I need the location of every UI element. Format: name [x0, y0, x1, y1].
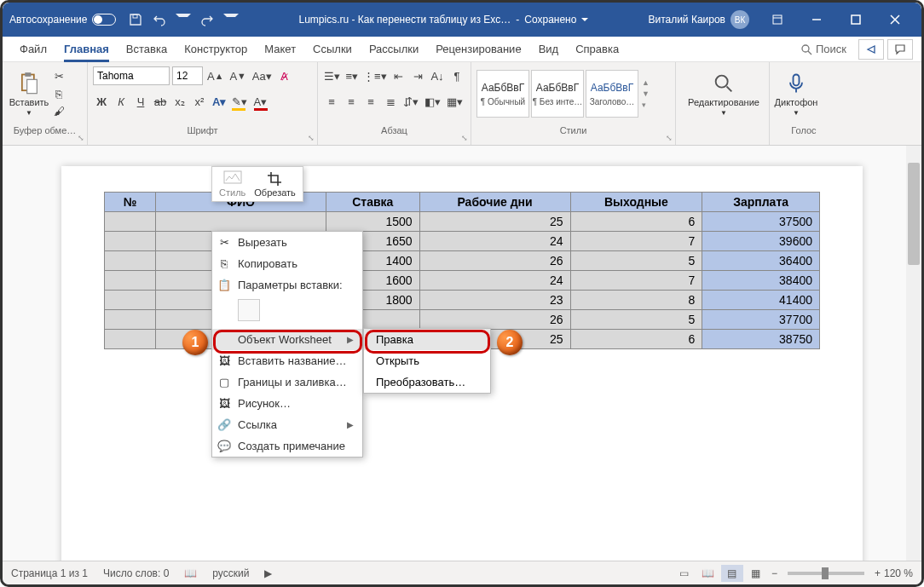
tab-home[interactable]: Главная	[55, 37, 118, 62]
tab-file[interactable]: Файл	[11, 37, 55, 62]
status-spellcheck[interactable]: 📖	[184, 567, 197, 579]
copy-button[interactable]: ⎘	[50, 85, 67, 103]
tab-view[interactable]: Вид	[530, 37, 568, 62]
paste-button[interactable]: Вставить ▼	[8, 64, 50, 124]
ribbon-options-button[interactable]	[758, 3, 797, 37]
tab-design[interactable]: Конструктор	[176, 37, 256, 62]
multilevel-button[interactable]: ⋮≡▾	[363, 66, 387, 85]
clipboard-launcher[interactable]: ⤡	[78, 134, 84, 142]
show-marks-button[interactable]: ¶	[448, 66, 465, 85]
zoom-slider[interactable]	[788, 572, 864, 575]
numbering-button[interactable]: ≡▾	[344, 66, 361, 85]
font-color-button[interactable]: A▾	[251, 92, 269, 111]
tab-insert[interactable]: Вставка	[118, 37, 176, 62]
dictate-button[interactable]: Диктофон ▼	[775, 64, 817, 124]
ctx-borders-shading[interactable]: ▢Границы и заливка…	[212, 371, 362, 393]
highlight-button[interactable]: ✎▾	[230, 92, 249, 111]
status-page[interactable]: Страница 1 из 1	[11, 567, 88, 579]
line-spacing-button[interactable]: ⇵▾	[401, 92, 420, 111]
title-dropdown-icon[interactable]	[581, 18, 588, 25]
align-left-button[interactable]: ≡	[323, 92, 340, 111]
styles-more-button[interactable]: ▾	[642, 101, 650, 109]
tab-review[interactable]: Рецензирование	[427, 37, 529, 62]
user-account[interactable]: Виталий Каиров ВК	[648, 10, 749, 29]
bold-button[interactable]: Ж	[93, 92, 110, 111]
view-print-button[interactable]: ▤	[721, 565, 743, 582]
format-painter-button[interactable]: 🖌	[50, 102, 67, 120]
ctx-link[interactable]: 🔗Ссылка▶	[212, 414, 362, 435]
italic-button[interactable]: К	[113, 92, 130, 111]
justify-button[interactable]: ≣	[382, 92, 399, 111]
superscript-button[interactable]: x²	[191, 92, 208, 111]
status-macro[interactable]: ▶	[264, 567, 272, 579]
style-heading[interactable]: АаБбВвГЗаголово…	[586, 70, 638, 118]
mini-style-button[interactable]: Стиль	[219, 170, 245, 198]
increase-indent-button[interactable]: ⇥	[409, 66, 426, 85]
comments-button[interactable]	[887, 39, 913, 60]
styles-launcher[interactable]: ⤡	[666, 134, 673, 142]
ctx-picture[interactable]: 🖼Рисунок…	[212, 393, 362, 414]
font-launcher[interactable]: ⤡	[308, 134, 315, 142]
tab-layout[interactable]: Макет	[256, 37, 304, 62]
caption-icon: 🖼	[217, 354, 231, 368]
zoom-in-button[interactable]: +	[875, 567, 881, 579]
shading-button[interactable]: ◧▾	[423, 92, 442, 111]
save-icon[interactable]	[128, 12, 143, 27]
font-name-input[interactable]: Tahoma	[93, 66, 170, 85]
autosave-toggle[interactable]: Автосохранение	[9, 14, 116, 26]
align-center-button[interactable]: ≡	[343, 92, 360, 111]
style-no-spacing[interactable]: АаБбВвГ¶ Без инте…	[531, 70, 584, 118]
align-right-button[interactable]: ≡	[362, 92, 379, 111]
submenu-edit[interactable]: Правка	[364, 329, 490, 350]
subscript-button[interactable]: x₂	[171, 92, 188, 111]
borders-button[interactable]: ▦▾	[445, 92, 465, 111]
submenu-convert[interactable]: Преобразовать…	[364, 371, 490, 393]
style-normal[interactable]: АаБбВвГ¶ Обычный	[476, 70, 529, 118]
share-button[interactable]	[858, 39, 884, 60]
tab-references[interactable]: Ссылки	[304, 37, 361, 62]
close-button[interactable]	[875, 3, 915, 37]
styles-up-button[interactable]: ▲	[642, 78, 650, 87]
font-size-input[interactable]: 12	[172, 66, 203, 85]
tab-mailings[interactable]: Рассылки	[361, 37, 427, 62]
tab-help[interactable]: Справка	[567, 37, 627, 62]
ctx-cut[interactable]: ✂Вырезать	[212, 232, 362, 253]
mini-crop-button[interactable]: Обрезать	[254, 170, 296, 198]
sort-button[interactable]: A↓	[429, 66, 446, 85]
undo-dropdown-icon[interactable]	[176, 14, 191, 29]
ctx-copy[interactable]: ⎘Копировать	[212, 253, 362, 274]
grow-font-button[interactable]: A▲	[205, 66, 225, 85]
view-web-button[interactable]: ▦	[745, 565, 767, 582]
clear-format-button[interactable]: A̷	[276, 66, 293, 85]
ctx-object-worksheet[interactable]: Объект Worksheet▶	[212, 329, 362, 350]
shrink-font-button[interactable]: A▼	[228, 66, 247, 85]
cut-button[interactable]: ✂	[50, 67, 67, 85]
context-submenu: Правка Открыть Преобразовать…	[363, 328, 491, 394]
minimize-button[interactable]	[797, 3, 836, 37]
status-language[interactable]: русский	[212, 567, 249, 579]
styles-down-button[interactable]: ▼	[642, 89, 650, 98]
bullets-button[interactable]: ☰▾	[323, 66, 341, 85]
qat-dropdown-icon[interactable]	[223, 14, 239, 29]
view-read-button[interactable]: 📖	[697, 565, 719, 582]
zoom-level[interactable]: 120 %	[884, 567, 913, 579]
view-focus-button[interactable]: ▭	[673, 565, 696, 582]
paragraph-launcher[interactable]: ⤡	[461, 134, 468, 142]
paste-option-1[interactable]	[238, 299, 260, 321]
status-words[interactable]: Число слов: 0	[103, 567, 169, 579]
search-box[interactable]: Поиск	[800, 43, 846, 55]
submenu-open[interactable]: Открыть	[364, 350, 490, 371]
maximize-button[interactable]	[836, 3, 875, 37]
ctx-new-comment[interactable]: 💬Создать примечание	[212, 435, 362, 457]
zoom-out-button[interactable]: −	[771, 567, 777, 579]
decrease-indent-button[interactable]: ⇤	[390, 66, 407, 85]
underline-button[interactable]: Ч	[132, 92, 149, 111]
vertical-scrollbar[interactable]	[906, 146, 921, 563]
text-effects-button[interactable]: A▾	[211, 92, 228, 111]
redo-icon[interactable]	[199, 12, 215, 27]
ctx-insert-caption[interactable]: 🖼Вставить название…	[212, 350, 362, 371]
change-case-button[interactable]: Aa▾	[251, 66, 274, 85]
editing-dropdown[interactable]: Редактирование ▼	[681, 64, 766, 124]
undo-icon[interactable]	[152, 12, 167, 27]
strike-button[interactable]: ab	[152, 92, 169, 111]
